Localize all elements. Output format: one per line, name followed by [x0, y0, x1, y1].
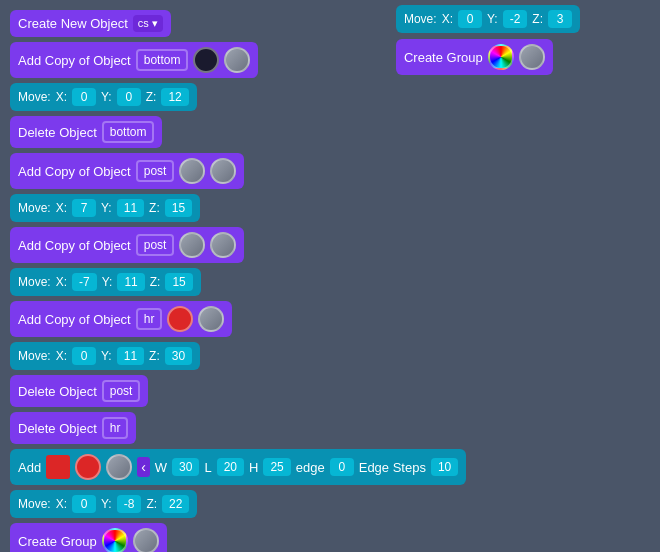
- move-2-z-label: Z:: [149, 201, 160, 215]
- move-2-x-val[interactable]: 7: [72, 199, 96, 217]
- create-new-object-block: Create New Object cs ▾: [10, 10, 171, 37]
- add-copy-3-circle2[interactable]: [210, 232, 236, 258]
- add-copy-3-circle1[interactable]: [179, 232, 205, 258]
- move-3-z-val[interactable]: 15: [165, 273, 192, 291]
- add-row-h-val[interactable]: 25: [263, 458, 290, 476]
- move-5-label: Move:: [18, 497, 51, 511]
- delete-2-tag: post: [102, 380, 141, 402]
- add-row-edgesteps-val[interactable]: 10: [431, 458, 458, 476]
- tr-z-val[interactable]: 3: [548, 10, 572, 28]
- create-group-rainbow[interactable]: [102, 528, 128, 552]
- top-right-move-block: Move: X: 0 Y: -2 Z: 3: [396, 5, 580, 33]
- cs-dropdown[interactable]: cs ▾: [133, 15, 163, 32]
- move-4-x-val[interactable]: 0: [72, 347, 96, 365]
- add-row-circle-red[interactable]: [75, 454, 101, 480]
- move-2-x-label: X:: [56, 201, 67, 215]
- move-1-y-val[interactable]: 0: [117, 88, 141, 106]
- move-3-z-label: Z:: [150, 275, 161, 289]
- move-1-x-label: X:: [56, 90, 67, 104]
- move-5-block: Move: X: 0 Y: -8 Z: 22: [10, 490, 197, 518]
- main-blocks: Create New Object cs ▾ Add Copy of Objec…: [10, 10, 466, 552]
- move-2-label: Move:: [18, 201, 51, 215]
- move-2-z-val[interactable]: 15: [165, 199, 192, 217]
- tr-create-group-rainbow[interactable]: [488, 44, 514, 70]
- move-1-y-label: Y:: [101, 90, 112, 104]
- add-row-edge-label: edge: [296, 460, 325, 475]
- add-row-block: Add ‹ W 30 L 20 H 25 edge 0 Edge Steps 1…: [10, 449, 466, 485]
- add-row-square[interactable]: [46, 455, 70, 479]
- add-row-edgesteps-label: Edge Steps: [359, 460, 426, 475]
- tr-move-label: Move:: [404, 12, 437, 26]
- move-1-z-val[interactable]: 12: [161, 88, 188, 106]
- top-right-area: Move: X: 0 Y: -2 Z: 3 Create Group: [396, 5, 580, 78]
- add-copy-1-label: Add Copy of Object: [18, 53, 131, 68]
- move-4-label: Move:: [18, 349, 51, 363]
- top-right-create-group-label: Create Group: [404, 50, 483, 65]
- add-row-w-val[interactable]: 30: [172, 458, 199, 476]
- move-5-y-val[interactable]: -8: [117, 495, 142, 513]
- add-copy-2-label: Add Copy of Object: [18, 164, 131, 179]
- delete-2-label: Delete Object: [18, 384, 97, 399]
- delete-1-label: Delete Object: [18, 125, 97, 140]
- add-copy-3-block: Add Copy of Object post: [10, 227, 244, 263]
- top-right-create-group-block: Create Group: [396, 39, 553, 75]
- add-copy-2-circle1[interactable]: [179, 158, 205, 184]
- move-3-y-label: Y:: [102, 275, 113, 289]
- add-copy-4-circle2[interactable]: [198, 306, 224, 332]
- add-copy-1-circle1[interactable]: [193, 47, 219, 73]
- add-copy-3-tag: post: [136, 234, 175, 256]
- move-1-z-label: Z:: [146, 90, 157, 104]
- add-copy-4-tag: hr: [136, 308, 163, 330]
- move-5-z-val[interactable]: 22: [162, 495, 189, 513]
- move-4-y-label: Y:: [101, 349, 112, 363]
- move-3-x-val[interactable]: -7: [72, 273, 97, 291]
- create-group-gray[interactable]: [133, 528, 159, 552]
- tr-create-group-gray[interactable]: [519, 44, 545, 70]
- delete-2-block: Delete Object post: [10, 375, 148, 407]
- add-row-label: Add: [18, 460, 41, 475]
- add-row-l-label: L: [204, 460, 211, 475]
- move-1-x-val[interactable]: 0: [72, 88, 96, 106]
- create-group-block: Create Group: [10, 523, 167, 552]
- add-row-arrow-left[interactable]: ‹: [137, 457, 150, 477]
- move-3-y-val[interactable]: 11: [117, 273, 144, 291]
- add-copy-1-circle2[interactable]: [224, 47, 250, 73]
- move-5-x-val[interactable]: 0: [72, 495, 96, 513]
- tr-y-label: Y:: [487, 12, 498, 26]
- add-copy-2-circle2[interactable]: [210, 158, 236, 184]
- move-2-y-val[interactable]: 11: [117, 199, 144, 217]
- add-copy-4-circle1[interactable]: [167, 306, 193, 332]
- move-5-x-label: X:: [56, 497, 67, 511]
- move-3-label: Move:: [18, 275, 51, 289]
- create-group-label: Create Group: [18, 534, 97, 549]
- move-4-block: Move: X: 0 Y: 11 Z: 30: [10, 342, 200, 370]
- add-row-circle-gray[interactable]: [106, 454, 132, 480]
- delete-3-label: Delete Object: [18, 421, 97, 436]
- add-copy-4-label: Add Copy of Object: [18, 312, 131, 327]
- move-5-z-label: Z:: [146, 497, 157, 511]
- move-5-y-label: Y:: [101, 497, 112, 511]
- tr-z-label: Z:: [532, 12, 543, 26]
- delete-1-tag: bottom: [102, 121, 155, 143]
- move-4-z-val[interactable]: 30: [165, 347, 192, 365]
- move-2-y-label: Y:: [101, 201, 112, 215]
- add-row-l-val[interactable]: 20: [217, 458, 244, 476]
- delete-3-block: Delete Object hr: [10, 412, 136, 444]
- delete-3-tag: hr: [102, 417, 129, 439]
- add-copy-1-tag: bottom: [136, 49, 189, 71]
- move-4-z-label: Z:: [149, 349, 160, 363]
- move-4-y-val[interactable]: 11: [117, 347, 144, 365]
- move-2-block: Move: X: 7 Y: 11 Z: 15: [10, 194, 200, 222]
- create-new-object-label: Create New Object: [18, 16, 128, 31]
- move-1-label: Move:: [18, 90, 51, 104]
- move-3-block: Move: X: -7 Y: 11 Z: 15: [10, 268, 201, 296]
- add-copy-4-block: Add Copy of Object hr: [10, 301, 232, 337]
- add-row-edge-val[interactable]: 0: [330, 458, 354, 476]
- add-row-h-label: H: [249, 460, 258, 475]
- add-copy-3-label: Add Copy of Object: [18, 238, 131, 253]
- tr-x-val[interactable]: 0: [458, 10, 482, 28]
- move-4-x-label: X:: [56, 349, 67, 363]
- tr-y-val[interactable]: -2: [503, 10, 528, 28]
- add-row-w-label: W: [155, 460, 167, 475]
- move-3-x-label: X:: [56, 275, 67, 289]
